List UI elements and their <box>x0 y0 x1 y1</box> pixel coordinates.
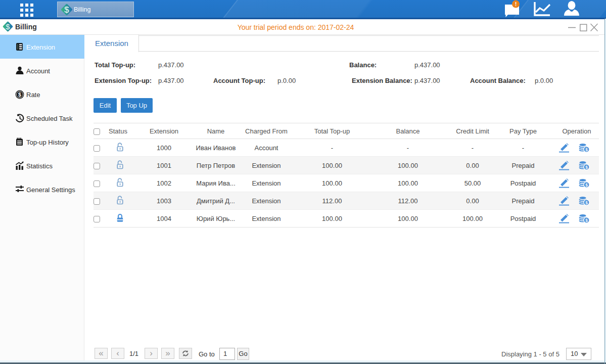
svg-text:$: $ <box>585 147 588 152</box>
svg-text:!: ! <box>515 1 517 7</box>
svg-text:$: $ <box>585 218 588 223</box>
svg-text:$: $ <box>585 200 588 205</box>
svg-text:$: $ <box>64 5 69 15</box>
svg-text:$: $ <box>585 165 588 170</box>
svg-text:$: $ <box>585 183 588 188</box>
svg-text:$: $ <box>18 92 21 98</box>
